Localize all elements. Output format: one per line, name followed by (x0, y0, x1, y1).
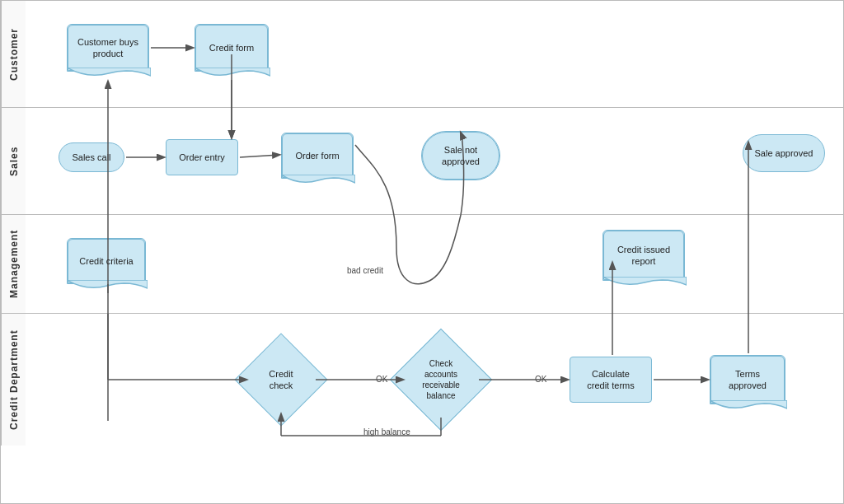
management-arrows (26, 215, 843, 313)
credit-criteria-label: Credit criteria (79, 255, 133, 267)
sales-call-label: Sales call (72, 152, 110, 163)
order-entry-node: Order entry (166, 139, 238, 175)
calculate-credit-node: Calculatecredit terms (570, 357, 652, 403)
order-form-label: Order form (295, 150, 339, 161)
credit-criteria-node: Credit criteria (67, 238, 146, 284)
credit-form-label: Credit form (209, 42, 254, 54)
lane-management: Management Credit criteria (1, 215, 843, 314)
ok2-label: OK (535, 375, 546, 384)
sale-approved-label: Sale approved (755, 147, 814, 159)
check-accounts-node: Checkaccountsreceivablebalance (390, 329, 492, 431)
lane-content-management: Credit criteria Credit issuedreport bad … (26, 215, 843, 313)
credit-issued-report-label: Credit issuedreport (617, 244, 670, 268)
sale-not-approved-label: Sale notapproved (442, 144, 480, 168)
svg-line-2 (240, 155, 279, 157)
sale-not-approved-node: Sale notapproved (421, 131, 500, 180)
high-balance-label: high balance (363, 427, 410, 436)
lane-content-credit-dept: Creditcheck Checkaccountsreceivablebalan… (26, 314, 843, 446)
credit-check-label: Creditcheck (249, 348, 313, 412)
order-entry-label: Order entry (179, 152, 225, 163)
diagram-container: Customer Customer buysproduct (0, 0, 844, 504)
ok1-label: OK (376, 375, 387, 384)
credit-issued-report-node: Credit issuedreport (603, 230, 685, 281)
customer-buys-label: Customer buysproduct (77, 36, 138, 60)
sales-call-node: Sales call (59, 142, 124, 172)
check-accounts-label: Checkaccountsreceivablebalance (406, 344, 476, 415)
lane-sales: Sales Sales call Order entry Order form (1, 108, 843, 215)
sale-approved-node: Sale approved (743, 134, 825, 172)
bad-credit-label: bad credit (347, 266, 383, 275)
lane-credit-dept: Credit Department Creditcheck Checkaccou… (1, 314, 843, 446)
lane-customer: Customer Customer buysproduct (1, 1, 843, 108)
lane-label-sales: Sales (1, 108, 26, 214)
credit-form-node: Credit form (195, 24, 269, 72)
calculate-credit-label: Calculatecredit terms (587, 368, 634, 392)
lane-content-sales: Sales call Order entry Order form Sale n… (26, 108, 843, 214)
terms-approved-node: Termsapproved (710, 355, 785, 404)
order-form-node: Order form (281, 133, 354, 179)
customer-buys-node: Customer buysproduct (67, 24, 149, 72)
terms-approved-label: Termsapproved (729, 368, 767, 392)
lane-label-management: Management (1, 215, 26, 313)
credit-check-node: Creditcheck (234, 333, 327, 426)
lane-label-customer: Customer (1, 1, 26, 107)
lane-content-customer: Customer buysproduct Credit form (26, 1, 843, 107)
lane-label-credit-dept: Credit Department (1, 314, 26, 446)
